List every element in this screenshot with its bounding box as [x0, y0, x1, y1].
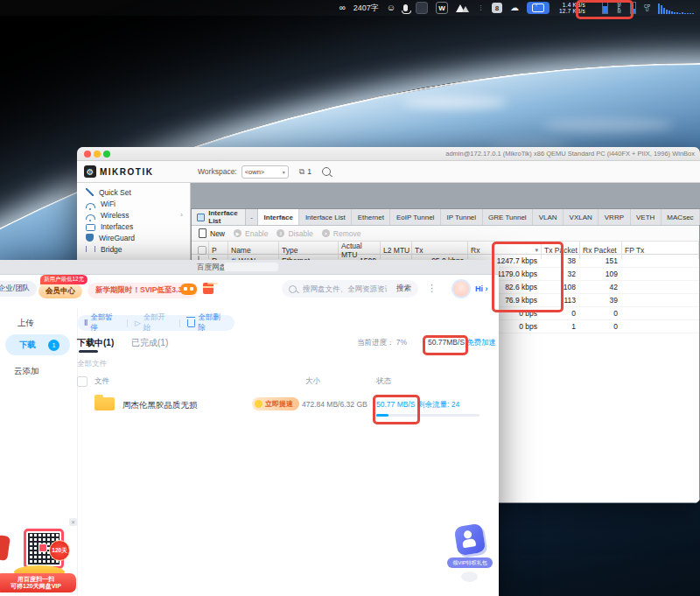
sidebar-divider [77, 308, 78, 596]
detach-button[interactable]: - [246, 209, 258, 225]
gamepad-icon[interactable] [180, 284, 197, 295]
sidebar-item-cloud-add[interactable]: 云添加 [14, 366, 39, 377]
tab-interface[interactable]: Interface [258, 209, 299, 225]
cloud-app-icon[interactable]: ☁ [510, 0, 519, 16]
netdisk-newtab-area[interactable] [224, 263, 278, 271]
free-boost-link[interactable]: 免费加速 [466, 338, 496, 348]
sidebar-item-wireless[interactable]: Wireless › [77, 209, 190, 221]
col-fp-tx[interactable]: FP Tx [622, 242, 699, 259]
search-box[interactable]: 搜索 [282, 280, 418, 298]
zoom-button[interactable] [103, 151, 110, 158]
cell-rx-packet: 0 [580, 322, 622, 331]
tab-veth[interactable]: VETH [631, 209, 662, 225]
mountains-wallpaper-icon[interactable] [456, 4, 470, 12]
panel-tabbar: Interface List - Interface Interface Lis… [192, 209, 699, 226]
winbox-titlebar[interactable]: admin@172.17.0.1 (MikroTik) x86 QEMU Sta… [77, 147, 700, 161]
disable-label: Disable [288, 229, 312, 238]
promo-figure [0, 535, 10, 561]
sort-arrow-icon[interactable]: ▾ [535, 247, 541, 254]
panel-title: Interface List [192, 209, 246, 225]
delete-all-button[interactable]: 全部删除 [180, 312, 234, 333]
tab-interface-list[interactable]: Interface List [299, 209, 352, 225]
sidebar-item-download[interactable]: 下载 1 [5, 334, 70, 355]
sidebar-item-interfaces[interactable]: Interfaces [77, 221, 190, 232]
cpu-gauge[interactable] [630, 2, 636, 14]
net-down-speed: 12.7 KB/s [559, 8, 585, 15]
select-all-checkbox[interactable] [198, 246, 206, 255]
file-size: 472.84 MB/6.32 GB [302, 400, 368, 409]
tab-vrrp[interactable]: VRRP [598, 209, 630, 225]
mem-gauge[interactable] [602, 2, 608, 14]
tab-downloading[interactable]: 下载中(1) [77, 337, 114, 349]
tab-macsec[interactable]: MACsec [662, 209, 700, 225]
tab-gre-tunnel[interactable]: GRE Tunnel [483, 209, 534, 225]
workspace-value: <own> [245, 168, 265, 176]
minimize-button[interactable] [94, 151, 101, 158]
file-name[interactable]: 周杰伦黑胶品质无损 [122, 400, 198, 411]
more-menu-icon[interactable]: ⋮ [427, 283, 437, 294]
cell-tx-packet: 0 [542, 309, 580, 318]
select-all-checkbox[interactable] [77, 376, 88, 387]
remove-label: Remove [333, 229, 361, 238]
sidebar-label: Quick Set [99, 188, 131, 197]
tab-completed[interactable]: 已完成(1) [131, 337, 168, 349]
mascot-badge[interactable]: 领VIP特权礼包 [447, 557, 493, 568]
qr-promo-banner[interactable]: 用百度扫一扫 可得120天网盘VIP [0, 573, 76, 592]
winbox-toolbar: ⚙ MIKROTIK Workspace: <own> ▾ ⧉ 1 [77, 161, 700, 183]
cell-tx-packet: 1 [542, 322, 580, 331]
w-app-icon[interactable]: W [436, 2, 448, 14]
panel-actions: New ▶ Enable ‖ Disable ✕ Remove [192, 226, 699, 242]
workspace-select[interactable]: <own> ▾ [242, 165, 289, 179]
key8-app-icon[interactable]: 8 [492, 3, 502, 13]
start-all-button[interactable]: ▷全部开始 [128, 312, 179, 333]
netdisk-tab-title[interactable]: 百度网盘 [197, 263, 227, 273]
assistant-mascot[interactable] [454, 523, 486, 557]
microphone-icon[interactable] [403, 4, 408, 11]
search-button[interactable]: 搜索 [396, 284, 411, 294]
net-up-speed: 1.4 KB/s [563, 2, 585, 9]
dark-app-icon[interactable] [416, 2, 428, 14]
avatar[interactable] [452, 279, 471, 298]
cell-rx-packet: 151 [580, 256, 622, 265]
close-icon[interactable]: ✕ [69, 518, 77, 526]
sidebar-item-wireguard[interactable]: WireGuard [77, 232, 190, 243]
window-stack-icon[interactable]: ⧉ [299, 167, 304, 177]
col-l2-mtu[interactable]: L2 MTU [381, 242, 412, 259]
smiley-app-icon[interactable]: ☺ [387, 0, 396, 16]
download-count-badge: 1 [48, 340, 60, 351]
tab-eoip-tunnel[interactable]: EoIP Tunnel [390, 209, 440, 225]
network-speed-status[interactable]: 1.4 KB/s 12.7 KB/s [557, 2, 594, 15]
desktop: ∞ 2407字 ☺ W ⋮ 8 ☁ 1.4 KB/s 12.7 KB/s MEM… [0, 0, 700, 596]
remove-button[interactable]: ✕ Remove [322, 229, 361, 238]
menu-extra-icon[interactable]: ⋮ [478, 0, 484, 16]
tab-ip-tunnel[interactable]: IP Tunnel [441, 209, 483, 225]
sidebar-label: Wireless [101, 211, 130, 220]
sidebar-item-wifi[interactable]: WiFi [77, 198, 190, 209]
pause-all-button[interactable]: ‖全部暂停 [77, 312, 127, 333]
tab-vlan[interactable]: VLAN [533, 209, 564, 225]
disable-button[interactable]: ‖ Disable [276, 229, 312, 238]
col-rx-label: Rx [471, 246, 480, 255]
char-count-status[interactable]: 2407字 [354, 3, 379, 14]
enable-button[interactable]: ▶ Enable [234, 229, 268, 238]
search-icon[interactable] [322, 167, 331, 176]
vpn-link-icon[interactable]: ∞ [340, 0, 346, 16]
search-input[interactable] [301, 284, 388, 294]
sidebar-item-quickset[interactable]: Quick Set [77, 186, 190, 198]
tab-ethernet[interactable]: Ethernet [352, 209, 390, 225]
sidebar-item-bridge[interactable]: Bridge [77, 243, 190, 255]
monitor-icon [86, 224, 95, 231]
screen-share-icon[interactable] [527, 2, 550, 14]
greeting-link[interactable]: Hi › [475, 284, 488, 293]
tab-vxlan[interactable]: VXLAN [564, 209, 598, 225]
sidebar-item-upload[interactable]: 上传 [18, 318, 34, 329]
download-label: 下载 [19, 340, 36, 351]
cpu-history-chart[interactable] [658, 2, 696, 14]
current-progress-label: 当前进度： 7% [357, 338, 407, 348]
vip-center-button[interactable]: 会员中心 [38, 284, 82, 298]
boost-now-badge[interactable]: 立即提速 [252, 397, 299, 410]
new-button[interactable]: New [199, 228, 225, 238]
gift-icon[interactable] [203, 283, 214, 294]
close-button[interactable] [84, 151, 91, 158]
team-pill[interactable]: 企业/团队 [0, 281, 37, 297]
